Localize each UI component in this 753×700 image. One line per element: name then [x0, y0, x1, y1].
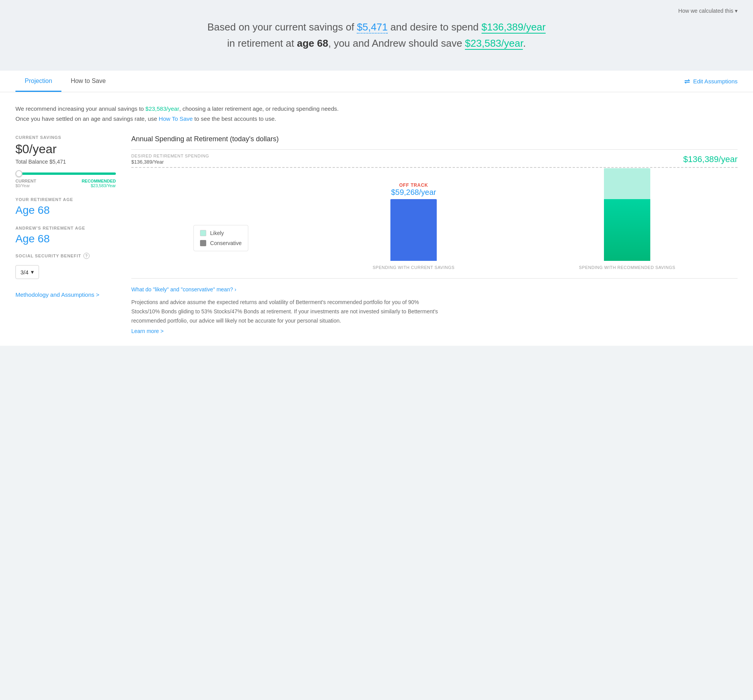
desired-retirement-label: Desired Retirement Spending — [131, 154, 209, 158]
total-balance: Total Balance $5,471 — [15, 159, 116, 165]
your-retirement-age-label: Your Retirement Age — [15, 197, 116, 202]
hero-text-3: in retirement at — [227, 37, 297, 49]
dropdown-chevron-icon: ▾ — [31, 269, 34, 276]
how-calculated-label: How we calculated this — [678, 8, 733, 14]
tab-how-to-save[interactable]: How to Save — [61, 71, 115, 92]
legend-container: Likely Conservative — [193, 178, 248, 271]
desired-amount-top: $136,389/year — [683, 154, 738, 164]
hero-section: How we calculated this ▾ Based on your c… — [0, 0, 753, 71]
slider-thumb — [15, 170, 22, 177]
slider-label-left: Current $0/Year — [15, 179, 36, 188]
help-icon[interactable]: ? — [83, 253, 90, 259]
current-savings-value: $0/year — [15, 142, 116, 156]
bars-area: Likely Conservative OFF TRACK $59, — [131, 170, 738, 271]
tabs-bar: Projection How to Save ⇌ Edit Assumption… — [0, 71, 753, 92]
andrew-retirement-age-section: Andrew's Retirement Age Age 68 — [15, 226, 116, 245]
slider-track — [15, 172, 116, 175]
slider-label-right: Recommended $23,583/Year — [81, 179, 116, 188]
legend-likely: Likely — [200, 230, 242, 236]
likely-label: Likely — [210, 230, 224, 236]
edit-assumptions-label: Edit Assumptions — [693, 78, 738, 85]
hero-text-5: . — [523, 37, 526, 49]
right-panel: Annual Spending at Retirement (today's d… — [131, 135, 738, 334]
social-security-section: Social Security Benefit ? 3/4 ▾ — [15, 253, 116, 279]
chart-bottom: What do "likely" and "conservative" mean… — [131, 278, 738, 334]
recommended-bar-main — [604, 199, 650, 261]
recommended-bar-label: Spending With Recommended Savings — [579, 265, 675, 271]
recommended-savings-bar-group: Spending With Recommended Savings — [579, 168, 675, 271]
recommendation-text: We recommend increasing your annual savi… — [15, 104, 363, 123]
conservative-color-swatch — [200, 240, 206, 246]
likely-color-swatch — [200, 230, 206, 236]
tabs-left: Projection How to Save — [15, 71, 115, 92]
current-savings-link[interactable]: $5,471 — [357, 21, 388, 34]
hero-text-4: , you and Andrew should save — [328, 37, 465, 49]
current-savings-bar-group: OFF TRACK $59,268/year Spending With Cur… — [373, 183, 455, 271]
current-bar-amount: $59,268/year — [391, 188, 436, 197]
methodology-link[interactable]: Methodology and Assumptions > — [15, 291, 116, 299]
your-retirement-age-section: Your Retirement Age Age 68 — [15, 197, 116, 216]
legend-box: Likely Conservative — [193, 225, 248, 251]
learn-more-link[interactable]: Learn more > — [131, 328, 738, 334]
projection-text: Projections and advice assume the expect… — [131, 298, 440, 325]
desired-line-row: Desired Retirement Spending $136,389/Yea… — [131, 150, 738, 165]
conservative-label: Conservative — [210, 240, 242, 246]
chart-title: Annual Spending at Retirement (today's d… — [131, 135, 738, 143]
recommended-bar-wrapper — [604, 168, 650, 261]
retirement-age-badge: age 68 — [297, 37, 328, 49]
main-content: We recommend increasing your annual savi… — [0, 92, 753, 345]
chart-container: Desired Retirement Spending $136,389/Yea… — [131, 149, 738, 274]
current-bar-visual — [390, 199, 437, 261]
slider-labels: Current $0/Year Recommended $23,583/Year — [15, 179, 116, 188]
andrew-retirement-age-label: Andrew's Retirement Age — [15, 226, 116, 230]
current-bar-wrapper — [390, 199, 437, 261]
your-retirement-age-value: Age 68 — [15, 204, 116, 216]
savings-slider[interactable]: Current $0/Year Recommended $23,583/Year — [15, 172, 116, 188]
edit-assumptions-button[interactable]: ⇌ Edit Assumptions — [684, 77, 738, 86]
off-track-label-container: OFF TRACK $59,268/year — [391, 183, 436, 197]
social-security-value: 3/4 — [20, 269, 29, 276]
andrew-retirement-age-value: Age 68 — [15, 233, 116, 245]
desired-spending-link[interactable]: $136,389/year — [482, 21, 546, 34]
current-savings-label: Current Savings — [15, 135, 116, 140]
recommended-savings-link[interactable]: $23,583/year — [465, 37, 523, 50]
recommended-bar-top — [604, 168, 650, 199]
current-savings-section: Current Savings $0/year Total Balance $5… — [15, 135, 116, 165]
hero-text-1: Based on your current savings of — [207, 21, 357, 33]
left-panel: Current Savings $0/year Total Balance $5… — [15, 135, 116, 334]
how-to-save-link[interactable]: How To Save — [159, 115, 193, 122]
hero-text-2: and desire to spend — [388, 21, 482, 33]
content-grid: Current Savings $0/year Total Balance $5… — [15, 135, 738, 334]
desired-amount-label: $136,389/Year — [131, 159, 209, 165]
social-security-label: Social Security Benefit — [15, 254, 81, 258]
chevron-icon: ▾ — [735, 8, 738, 14]
savings-recommendation-link: $23,583/year — [146, 105, 180, 112]
how-calculated-button[interactable]: How we calculated this ▾ — [678, 8, 738, 14]
what-likely-link[interactable]: What do "likely" and "conservative" mean… — [131, 286, 738, 293]
social-security-dropdown[interactable]: 3/4 ▾ — [15, 265, 39, 279]
current-bar-label: Spending With Current Savings — [373, 265, 455, 271]
slider-fill — [22, 172, 116, 175]
hero-text: Based on your current savings of $5,471 … — [15, 19, 738, 51]
sliders-icon: ⇌ — [684, 77, 690, 86]
legend-conservative: Conservative — [200, 240, 242, 246]
tab-projection[interactable]: Projection — [15, 71, 61, 92]
off-track-label: OFF TRACK — [391, 183, 436, 188]
